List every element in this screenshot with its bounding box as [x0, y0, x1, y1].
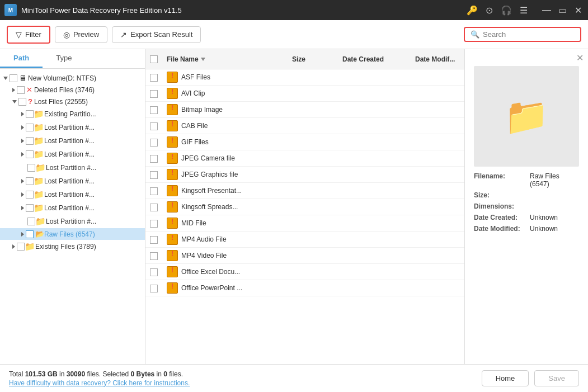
tree-item-lost4[interactable]: 📁 Lost Partition #...: [0, 161, 145, 174]
tree-item-lost7[interactable]: 📁 Lost Partition #...: [0, 201, 145, 215]
tree-item-lost6[interactable]: 📁 Lost Partition #...: [0, 188, 145, 201]
file-name: Office Excel Docu...: [181, 268, 240, 276]
file-row[interactable]: CAB File: [145, 118, 464, 134]
file-row[interactable]: MID File: [145, 215, 464, 232]
tree-label-lost: Lost Files (22555): [34, 98, 88, 106]
row-checkbox[interactable]: [150, 139, 158, 147]
preview-metadata: Filename: Raw Files (6547) Size: Dimensi…: [465, 172, 588, 236]
file-row[interactable]: Kingsoft Presentat...: [145, 183, 464, 199]
tree-item-lost[interactable]: ? Lost Files (22555): [0, 96, 145, 107]
tree-item-lost2[interactable]: 📁 Lost Partition #...: [0, 134, 145, 148]
row-checkbox[interactable]: [150, 252, 158, 260]
file-row[interactable]: Kingsoft Spreads...: [145, 199, 464, 215]
tree-item-rawfiles[interactable]: 📂 Raw Files (6547): [0, 228, 145, 240]
tab-type[interactable]: Type: [43, 49, 85, 68]
headphones-icon[interactable]: 🎧: [501, 5, 512, 16]
search-input[interactable]: [483, 30, 575, 39]
tree-item-deleted[interactable]: ✕ Deleted Files (3746): [0, 84, 145, 96]
statusbar: Total 101.53 GB in 30090 files. Selected…: [0, 364, 588, 392]
home-button[interactable]: Home: [482, 370, 529, 386]
filter-button[interactable]: ▽ Filter: [7, 26, 50, 44]
checkbox-lost2[interactable]: [26, 137, 34, 145]
row-checkbox[interactable]: [150, 220, 158, 228]
row-checkbox[interactable]: [150, 122, 158, 130]
checkbox-lost4[interactable]: [27, 164, 35, 172]
file-tree: 🖥 New Volume(D: NTFS) ✕ Deleted Files (3…: [0, 69, 145, 257]
checkbox-existing-partition[interactable]: [26, 110, 34, 118]
file-row[interactable]: ASF Files: [145, 69, 464, 86]
save-button[interactable]: Save: [534, 370, 579, 386]
checkbox-lost6[interactable]: [26, 191, 34, 199]
checkbox-root[interactable]: [10, 74, 17, 82]
file-row[interactable]: AVI Clip: [145, 86, 464, 102]
row-checkbox[interactable]: [150, 236, 158, 244]
help-link[interactable]: Have difficulty with data recovery? Clic…: [9, 379, 190, 387]
meta-dimensions-row: Dimensions:: [474, 202, 579, 210]
export-label: Export Scan Result: [130, 30, 192, 39]
file-row[interactable]: Office Excel Docu...: [145, 264, 464, 280]
row-checkbox[interactable]: [150, 106, 158, 114]
close-button[interactable]: ✕: [572, 5, 584, 16]
file-row[interactable]: MP4 Video File: [145, 248, 464, 264]
tree-item-lost3[interactable]: 📁 Lost Partition #...: [0, 148, 145, 161]
file-row[interactable]: GIF Files: [145, 134, 464, 150]
file-type-icon: [167, 201, 178, 212]
selected-in: in: [157, 370, 164, 378]
header-filename[interactable]: File Name: [167, 55, 292, 63]
row-checkbox[interactable]: [150, 171, 158, 179]
file-list: File Name Size Date Created Date Modif..…: [145, 49, 465, 364]
size-label: Size:: [474, 191, 530, 199]
tree-item-existing[interactable]: 📁 Existing Files (3789): [0, 240, 145, 253]
date-created-value: Unknown: [530, 214, 579, 221]
tree-item-root[interactable]: 🖥 New Volume(D: NTFS): [0, 72, 145, 84]
tree-item-existing-partition[interactable]: 📁 Existing Partitio...: [0, 107, 145, 121]
tree-label-lost2: Lost Partition #...: [44, 137, 95, 145]
checkbox-lost[interactable]: [18, 98, 26, 106]
file-row[interactable]: JPEG Graphics file: [145, 167, 464, 183]
file-row[interactable]: Bitmap Image: [145, 102, 464, 118]
search-icon: 🔍: [471, 30, 479, 39]
maximize-button[interactable]: ▭: [557, 5, 568, 16]
minimize-button[interactable]: —: [541, 5, 552, 16]
header-checkbox[interactable]: [150, 55, 167, 64]
tree-item-lost1[interactable]: 📁 Lost Partition #...: [0, 121, 145, 134]
row-checkbox[interactable]: [150, 90, 158, 98]
tree-item-lost8[interactable]: 📁 Lost Partition #...: [0, 215, 145, 228]
key-icon[interactable]: 🔑: [467, 5, 478, 16]
select-all-checkbox[interactable]: [150, 55, 158, 63]
preview-button[interactable]: ◎ Preview: [55, 26, 107, 43]
checkbox-lost3[interactable]: [26, 150, 34, 158]
tree-item-lost5[interactable]: 📁 Lost Partition #...: [0, 174, 145, 188]
header-size[interactable]: Size: [292, 55, 342, 63]
preview-close-button[interactable]: ✕: [576, 53, 584, 63]
menu-icon[interactable]: ☰: [520, 5, 528, 16]
folder-icon-lost8: 📁: [35, 216, 46, 226]
meta-date-created-row: Date Created: Unknown: [474, 214, 579, 221]
checkbox-lost8[interactable]: [27, 218, 35, 225]
checkbox-deleted[interactable]: [17, 86, 25, 94]
row-checkbox[interactable]: [150, 204, 158, 211]
checkbox-lost1[interactable]: [26, 124, 34, 131]
tab-path[interactable]: Path: [0, 49, 43, 68]
header-date-created[interactable]: Date Created: [342, 55, 415, 63]
file-row[interactable]: MP4 Audio File: [145, 232, 464, 248]
row-checkbox[interactable]: [150, 187, 158, 195]
filelist-rows[interactable]: ASF Files AVI Clip B: [145, 69, 464, 364]
row-checkbox[interactable]: [150, 268, 158, 276]
file-row[interactable]: Office PowerPoint ...: [145, 280, 464, 296]
checkbox-existing[interactable]: [17, 243, 25, 251]
header-date-modified[interactable]: Date Modif...: [415, 55, 460, 63]
file-row[interactable]: JPEG Camera file: [145, 150, 464, 167]
row-checkbox[interactable]: [150, 285, 158, 292]
export-button[interactable]: ↗ Export Scan Result: [112, 26, 201, 43]
file-type-icon: [167, 266, 178, 277]
checkbox-lost5[interactable]: [26, 177, 34, 185]
checkbox-rawfiles[interactable]: [26, 230, 34, 238]
search-box[interactable]: 🔍: [464, 27, 581, 42]
checkbox-lost7[interactable]: [26, 204, 34, 212]
row-checkbox[interactable]: [150, 74, 158, 82]
circle-icon[interactable]: ⊙: [486, 5, 493, 16]
filename-value: Raw Files (6547): [530, 172, 579, 188]
file-name: Kingsoft Spreads...: [181, 203, 238, 211]
row-checkbox[interactable]: [150, 155, 158, 163]
